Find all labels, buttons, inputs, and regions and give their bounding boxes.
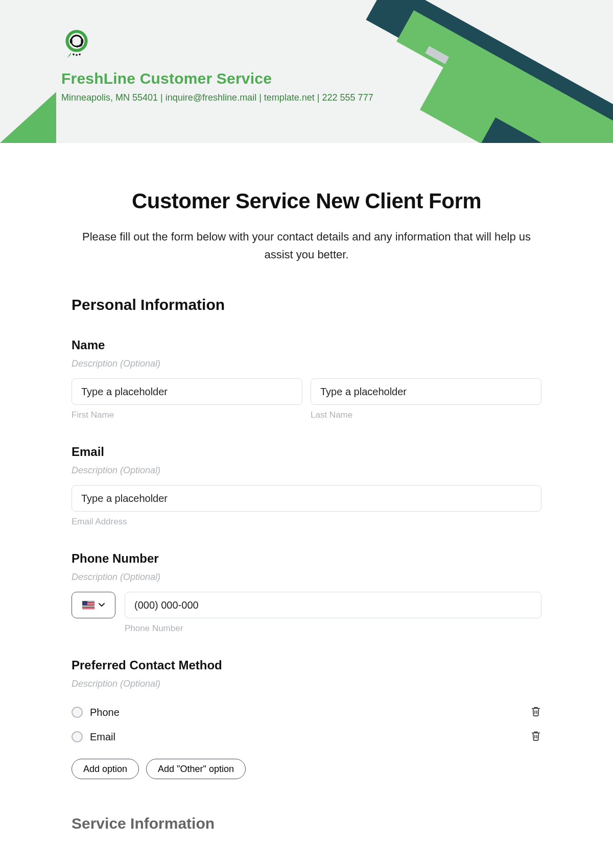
radio-icon[interactable] — [72, 731, 83, 742]
email-label: Email — [72, 445, 541, 459]
delete-option-button[interactable] — [530, 706, 541, 719]
option-label[interactable]: Email — [90, 731, 115, 743]
svg-rect-3 — [70, 39, 73, 43]
add-other-option-button[interactable]: Add "Other" option — [146, 759, 246, 779]
contact-method-label: Preferred Contact Method — [72, 658, 541, 672]
org-contact-line: Minneapolis, MN 55401 | inquire@freshlin… — [61, 92, 613, 103]
email-sublabel: Email Address — [72, 517, 541, 527]
svg-point-7 — [76, 54, 78, 56]
delete-option-button[interactable] — [530, 730, 541, 743]
company-logo — [61, 28, 92, 59]
phone-input[interactable] — [125, 592, 541, 618]
section-personal-title: Personal Information — [72, 296, 541, 314]
name-desc[interactable]: Description (Optional) — [72, 358, 541, 369]
trash-icon — [530, 730, 541, 741]
phone-desc[interactable]: Description (Optional) — [72, 572, 541, 583]
add-option-button[interactable]: Add option — [72, 759, 139, 779]
contact-method-desc[interactable]: Description (Optional) — [72, 679, 541, 689]
first-name-sublabel: First Name — [72, 410, 302, 420]
section-service-title: Service Information — [72, 815, 541, 832]
field-contact-method: Preferred Contact Method Description (Op… — [72, 658, 541, 779]
name-label: Name — [72, 338, 541, 352]
email-desc[interactable]: Description (Optional) — [72, 465, 541, 476]
org-name: FreshLine Customer Service — [61, 70, 613, 87]
flag-us-icon — [82, 601, 95, 609]
trash-icon — [530, 706, 541, 717]
country-select[interactable] — [72, 592, 115, 618]
last-name-sublabel: Last Name — [311, 410, 541, 420]
phone-label: Phone Number — [72, 551, 541, 566]
svg-rect-4 — [81, 39, 83, 43]
radio-icon[interactable] — [72, 707, 83, 718]
svg-point-6 — [73, 54, 75, 56]
option-label[interactable]: Phone — [90, 707, 120, 718]
email-input[interactable] — [72, 485, 541, 512]
field-name: Name Description (Optional) First Name L… — [72, 338, 541, 420]
chevron-down-icon — [99, 603, 105, 607]
form-description: Please fill out the form below with your… — [72, 228, 541, 263]
svg-point-5 — [76, 45, 78, 47]
phone-sublabel: Phone Number — [125, 623, 541, 634]
svg-point-8 — [79, 54, 81, 56]
option-row: Email — [72, 725, 541, 750]
last-name-input[interactable] — [311, 378, 541, 405]
field-email: Email Description (Optional) Email Addre… — [72, 445, 541, 527]
form-title: Customer Service New Client Form — [72, 189, 541, 213]
option-row: Phone — [72, 701, 541, 725]
field-phone: Phone Number Description (Optional) Phon… — [72, 551, 541, 634]
first-name-input[interactable] — [72, 378, 302, 405]
header-banner: FreshLine Customer Service Minneapolis, … — [0, 0, 613, 143]
